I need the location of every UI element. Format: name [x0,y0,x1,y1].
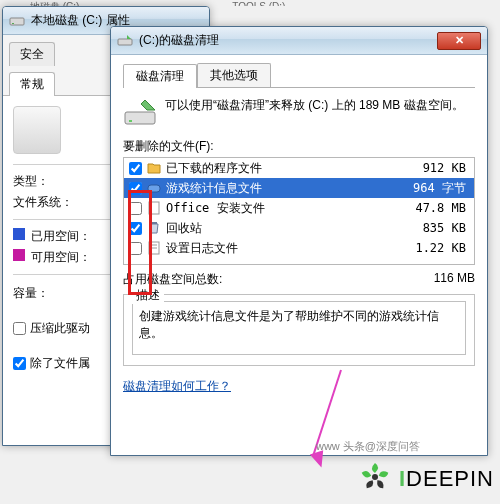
list-item[interactable]: 设置日志文件1.22 KB [124,238,474,258]
brand-text: IDEEPIN [399,466,494,492]
filesystem-label: 文件系统： [13,194,83,211]
compress-checkbox[interactable] [13,322,26,335]
svg-rect-6 [149,202,159,214]
tab-general[interactable]: 常规 [9,72,55,96]
cleanup-tabs: 磁盘清理 其他选项 [123,63,475,88]
cleanup-body: 磁盘清理 其他选项 可以使用“磁盘清理”来释放 (C:) 上的 189 MB 磁… [111,55,487,423]
disk-cleanup-window: (C:)的磁盘清理 ✕ 磁盘清理 其他选项 可以使用“磁盘清理”来释放 (C:)… [110,26,488,456]
svg-rect-3 [125,112,155,124]
file-name: Office 安装文件 [166,200,390,217]
file-size: 964 字节 [390,180,470,197]
svg-point-11 [372,474,378,480]
free-label: 可用空间： [31,249,101,266]
list-item[interactable]: Office 安装文件47.8 MB [124,198,474,218]
description-group: 描述 创建游戏统计信息文件是为了帮助维护不同的游戏统计信息。 [123,294,475,366]
cleanup-title-icon [117,33,133,49]
list-item[interactable]: 游戏统计信息文件964 字节 [124,178,474,198]
free-swatch [13,249,25,261]
logo-swirl-icon [357,459,393,498]
file-name: 回收站 [166,220,390,237]
file-size: 912 KB [390,161,470,175]
watermark: www 头条@深度问答 [316,439,420,454]
file-icon [146,200,162,216]
description-legend: 描述 [132,287,164,304]
svg-rect-1 [12,23,14,24]
svg-rect-5 [148,185,160,192]
file-size: 47.8 MB [390,201,470,215]
file-name: 设置日志文件 [166,240,390,257]
drive-large-icon [13,106,61,154]
file-checkbox[interactable] [128,202,142,215]
list-item[interactable]: 已下载的程序文件912 KB [124,158,474,178]
svg-rect-4 [129,120,132,122]
tab-more-options[interactable]: 其他选项 [197,63,271,87]
description-text: 创建游戏统计信息文件是为了帮助维护不同的游戏统计信息。 [132,301,466,355]
file-size: 1.22 KB [390,241,470,255]
compress-label: 压缩此驱动 [30,320,90,337]
svg-rect-7 [151,222,157,224]
how-it-works-link[interactable]: 磁盘清理如何工作？ [123,378,231,395]
cleanup-titlebar[interactable]: (C:)的磁盘清理 ✕ [111,27,487,55]
list-item[interactable]: 回收站835 KB [124,218,474,238]
file-size: 835 KB [390,221,470,235]
brand-logo: IDEEPIN [357,459,494,498]
cleanup-intro: 可以使用“磁盘清理”来释放 (C:) 上的 189 MB 磁盘空间。 [123,96,475,130]
index-checkbox[interactable] [13,357,26,370]
type-label: 类型： [13,173,83,190]
total-value: 116 MB [395,271,475,288]
capacity-label: 容量： [13,285,83,302]
file-name: 已下载的程序文件 [166,160,390,177]
file-icon [146,240,162,256]
file-checkbox[interactable] [128,222,142,235]
files-to-delete-label: 要删除的文件(F): [123,138,475,155]
index-label: 除了文件属 [30,355,90,372]
used-label: 已用空间： [31,228,101,245]
total-row: 占用磁盘空间总数: 116 MB [123,271,475,288]
file-icon [146,220,162,236]
tab-security[interactable]: 安全 [9,42,55,66]
file-checkbox[interactable] [128,182,142,195]
cleanup-title: (C:)的磁盘清理 [139,32,219,49]
file-name: 游戏统计信息文件 [166,180,390,197]
file-list[interactable]: 已下载的程序文件912 KB游戏统计信息文件964 字节Office 安装文件4… [123,157,475,265]
tab-disk-cleanup[interactable]: 磁盘清理 [123,64,197,88]
used-swatch [13,228,25,240]
close-icon: ✕ [455,34,464,47]
file-icon [146,180,162,196]
drive-icon [9,13,25,29]
file-checkbox[interactable] [128,242,142,255]
svg-rect-2 [118,39,132,45]
cleanup-intro-text: 可以使用“磁盘清理”来释放 (C:) 上的 189 MB 磁盘空间。 [165,96,464,114]
total-label: 占用磁盘空间总数: [123,271,395,288]
close-button[interactable]: ✕ [437,32,481,50]
file-checkbox[interactable] [128,162,142,175]
cleanup-icon [123,96,157,130]
file-icon [146,160,162,176]
